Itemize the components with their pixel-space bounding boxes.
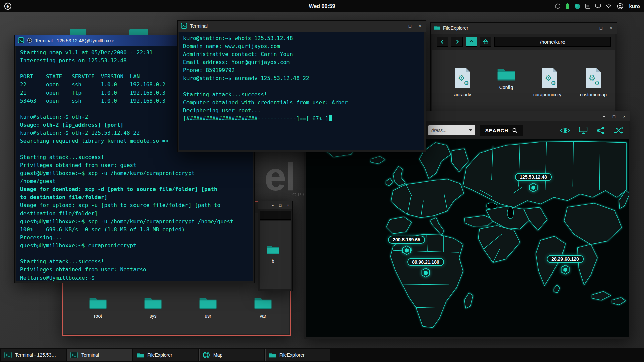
mini-explorer-titlebar[interactable]: − □ × bbox=[258, 201, 292, 209]
taskbar-item-terminal-125-53-[interactable]: Terminal - 125.53… bbox=[1, 349, 66, 361]
map-marker-89.98.21.180[interactable]: 89.98.21.180 bbox=[407, 258, 444, 278]
mini-file-explorer-window[interactable]: − □ × b bbox=[258, 201, 293, 291]
display-icon[interactable] bbox=[578, 125, 588, 135]
file-item-b[interactable]: b bbox=[263, 244, 283, 264]
binary-icon: ⚙⚙ bbox=[541, 67, 559, 89]
file-label: b bbox=[272, 258, 274, 264]
file-explorer-titlebar[interactable]: FileExplorer − □ × bbox=[431, 23, 617, 34]
terminal-local-titlebar[interactable]: Terminal − □ × bbox=[178, 21, 426, 32]
terminal-line: Domain name: www.qurijayos.com bbox=[183, 42, 420, 50]
mini-explorer-address-field[interactable] bbox=[260, 211, 291, 220]
minimize-button[interactable]: − bbox=[589, 26, 593, 31]
terminal-line: Deciphering user root... bbox=[183, 107, 420, 115]
terminal-icon bbox=[70, 351, 78, 359]
window-title: FileExplorer bbox=[443, 25, 468, 31]
globe-icon bbox=[203, 351, 210, 359]
terminal-output[interactable]: kuro@station:~$ whois 125.53.12.48Domain… bbox=[179, 32, 424, 150]
terminal-line: Computer obtained with credentials from … bbox=[183, 99, 420, 107]
terminal-icon bbox=[18, 37, 24, 44]
folder-icon bbox=[269, 351, 276, 359]
forward-button[interactable] bbox=[451, 37, 463, 47]
folder-icon bbox=[137, 351, 144, 359]
back-button[interactable] bbox=[437, 37, 448, 47]
file-item-sys[interactable]: sys bbox=[134, 296, 172, 319]
svg-text:⚙: ⚙ bbox=[594, 80, 599, 86]
maximize-button[interactable]: □ bbox=[599, 26, 603, 31]
up-button[interactable] bbox=[466, 37, 477, 47]
file-item-var[interactable]: var bbox=[244, 296, 282, 319]
top-status-bar: e Wed 00:59 kuro bbox=[0, 0, 644, 12]
share-icon[interactable] bbox=[595, 125, 606, 135]
terminal-line: guest@Uymillboxxe:~$ scp -u /home/kuro/c… bbox=[20, 169, 249, 177]
mini-explorer-file-area[interactable]: b bbox=[260, 221, 291, 289]
taskbar-item-label: Map bbox=[213, 352, 222, 358]
hexagon-node-icon[interactable] bbox=[421, 268, 430, 278]
terminal-line: Administrative contact: Carin Youn bbox=[183, 50, 420, 58]
terminal-line: [######################------------]==[ … bbox=[183, 115, 420, 123]
terminal-line: Nettarso@Uymillboxxe:~$ bbox=[20, 274, 249, 281]
shuffle-icon[interactable] bbox=[613, 125, 624, 135]
file-item-auraadv[interactable]: ⚙⚙auraadv bbox=[443, 67, 482, 97]
home-button[interactable] bbox=[480, 37, 491, 47]
terminal-line: /home/guest bbox=[20, 177, 249, 185]
taskbar-item-map[interactable]: Map bbox=[199, 349, 264, 361]
maximize-button[interactable]: □ bbox=[612, 114, 616, 119]
path-field[interactable]: /home/kuro bbox=[494, 37, 611, 47]
terminal-line: Phone: 859199792 bbox=[183, 66, 420, 74]
file-label: customnmap bbox=[580, 92, 607, 97]
terminal-line: destination file/folder] bbox=[20, 209, 249, 218]
terminal-line: Starting attack...success! bbox=[20, 258, 249, 266]
file-item-root[interactable]: root bbox=[79, 296, 117, 319]
minimize-button[interactable]: − bbox=[270, 203, 275, 207]
taskbar-item-terminal[interactable]: Terminal bbox=[67, 349, 132, 361]
file-item-usr[interactable]: usr bbox=[189, 296, 227, 319]
close-button[interactable]: × bbox=[286, 203, 290, 207]
map-marker-125.53.12.48[interactable]: 125.53.12.48 bbox=[515, 173, 552, 192]
taskbar-item-fileexplorer[interactable]: FileExplorer bbox=[265, 349, 330, 361]
file-explorer-toolbar: /home/kuro bbox=[432, 34, 615, 50]
taskbar-item-label: FileExplorer bbox=[147, 352, 172, 358]
close-button[interactable]: × bbox=[622, 114, 627, 119]
marker-ip-label[interactable]: 200.8.189.65 bbox=[388, 236, 425, 244]
map-marker-200.8.189.65[interactable]: 200.8.189.65 bbox=[388, 236, 425, 255]
map-marker-28.29.68.120[interactable]: 28.29.68.120 bbox=[547, 255, 584, 275]
hexagon-node-icon[interactable] bbox=[561, 265, 570, 275]
clock: Wed 00:59 bbox=[0, 3, 644, 9]
taskbar-item-label: Terminal bbox=[81, 352, 99, 358]
minimize-button[interactable]: − bbox=[602, 114, 606, 119]
terminal-line: Email address: Youn@qurijayos.com bbox=[183, 58, 420, 66]
file-item-customnmap[interactable]: ⚙⚙customnmap bbox=[574, 67, 612, 97]
hexagon-node-icon[interactable] bbox=[402, 245, 411, 255]
file-label: sys bbox=[150, 313, 157, 319]
maximize-button[interactable]: □ bbox=[408, 24, 412, 29]
marker-ip-label[interactable]: 125.53.12.48 bbox=[515, 173, 552, 181]
close-button[interactable]: × bbox=[609, 26, 613, 31]
visibility-icon[interactable] bbox=[560, 125, 571, 135]
terminal-window-local[interactable]: Terminal − □ × kuro@station:~$ whois 125… bbox=[177, 20, 426, 152]
file-label: usr bbox=[205, 313, 211, 319]
folder-icon bbox=[199, 296, 217, 310]
search-button[interactable]: SEARCH bbox=[480, 125, 523, 136]
hexagon-node-icon[interactable] bbox=[529, 183, 538, 192]
folder-icon bbox=[497, 67, 515, 82]
marker-ip-label[interactable]: 28.29.68.120 bbox=[547, 255, 584, 263]
file-label: curaproniccry… bbox=[533, 92, 566, 97]
file-item-curaproniccry-[interactable]: ⚙⚙curaproniccry… bbox=[531, 67, 569, 97]
world-map-canvas[interactable]: 125.53.12.48200.8.189.6589.98.21.18028.2… bbox=[306, 139, 629, 337]
terminal-line: guest@Uymillboxxe:~$ scp -u /home/kuro/c… bbox=[20, 218, 249, 226]
close-button[interactable]: × bbox=[418, 24, 422, 29]
file-label: Config bbox=[499, 85, 513, 90]
maximize-button[interactable]: □ bbox=[278, 203, 283, 207]
folder-icon bbox=[254, 296, 272, 310]
folder-icon bbox=[144, 296, 162, 310]
folder-icon bbox=[89, 296, 107, 310]
file-item-config[interactable]: Config bbox=[487, 67, 525, 90]
minimize-button[interactable]: − bbox=[397, 24, 402, 29]
terminal-line: kuro@station:~$ whois 125.53.12.48 bbox=[183, 34, 420, 42]
taskbar-item-fileexplorer[interactable]: FileExplorer bbox=[133, 349, 198, 361]
terminal-icon bbox=[181, 23, 187, 30]
folder-icon bbox=[434, 25, 440, 32]
marker-ip-label[interactable]: 89.98.21.180 bbox=[407, 258, 444, 266]
file-label: auraadv bbox=[454, 92, 471, 97]
address-dropdown[interactable]: dress... bbox=[428, 125, 475, 135]
